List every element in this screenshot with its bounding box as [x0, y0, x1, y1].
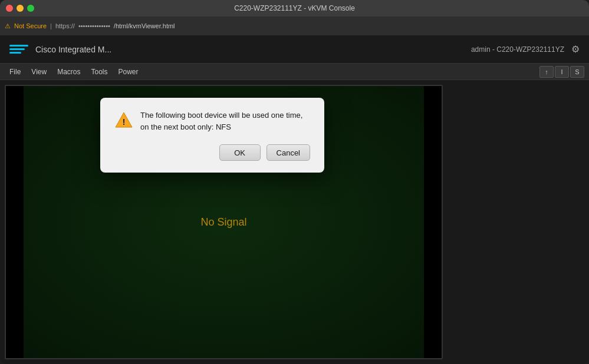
menu-power[interactable]: Power — [114, 67, 143, 77]
traffic-lights — [0, 5, 34, 12]
menu-tools[interactable]: Tools — [86, 67, 112, 77]
btn-s[interactable]: S — [570, 66, 584, 78]
modal-message: The following boot device will be used o… — [140, 110, 310, 133]
maximize-button[interactable] — [27, 5, 34, 12]
url-domain: •••••••••••••• — [78, 22, 110, 29]
cisco-logo — [9, 44, 28, 55]
svg-text:!: ! — [123, 117, 126, 127]
main-content: No Signal ! The following boot device wi… — [0, 80, 589, 364]
window-title: C220-WZP232111YZ - vKVM Console — [234, 4, 355, 12]
btn-up[interactable]: ↑ — [539, 66, 554, 78]
menu-right-buttons: ↑ I S — [539, 66, 584, 78]
url-separator: | — [50, 22, 52, 29]
settings-button[interactable]: ⚙ — [571, 44, 580, 55]
modal-content: ! The following boot device will be used… — [114, 110, 310, 133]
admin-label: admin - C220-WZP232111YZ — [471, 45, 564, 54]
menu-macros[interactable]: Macros — [52, 67, 85, 77]
minimize-button[interactable] — [17, 5, 24, 12]
menu-file[interactable]: File — [5, 67, 25, 77]
warning-triangle-icon: ! — [114, 111, 133, 130]
url-prefix: https:// — [55, 22, 75, 29]
ok-button[interactable]: OK — [219, 144, 261, 161]
cisco-logo-icon — [9, 44, 28, 55]
modal-overlay: ! The following boot device will be used… — [0, 80, 589, 364]
cancel-button[interactable]: Cancel — [266, 144, 310, 161]
modal-dialog: ! The following boot device will be used… — [100, 98, 324, 173]
window: C220-WZP232111YZ - vKVM Console ⚠ Not Se… — [0, 0, 589, 364]
modal-buttons: OK Cancel — [114, 144, 310, 161]
menu-view[interactable]: View — [27, 67, 51, 77]
app-title: Cisco Integrated M... — [35, 45, 471, 54]
close-button[interactable] — [6, 5, 13, 12]
no-signal-text: No Signal — [200, 216, 246, 229]
cisco-bar-3 — [9, 52, 21, 54]
cisco-bar-1 — [9, 45, 28, 47]
app-header: Cisco Integrated M... admin - C220-WZP23… — [0, 35, 589, 64]
title-bar: C220-WZP232111YZ - vKVM Console — [0, 0, 589, 16]
menu-bar: File View Macros Tools Power ↑ I S — [0, 64, 589, 80]
not-secure-label: Not Secure — [14, 22, 47, 29]
url-path: /html/kvmViewer.html — [114, 22, 175, 29]
browser-bar: ⚠ Not Secure | https:// •••••••••••••• /… — [0, 16, 589, 35]
warning-icon: ⚠ — [5, 22, 11, 30]
cisco-bar-2 — [9, 48, 25, 50]
header-right: admin - C220-WZP232111YZ ⚙ — [471, 44, 580, 55]
menu-items: File View Macros Tools Power — [5, 67, 539, 77]
btn-i[interactable]: I — [555, 66, 569, 78]
